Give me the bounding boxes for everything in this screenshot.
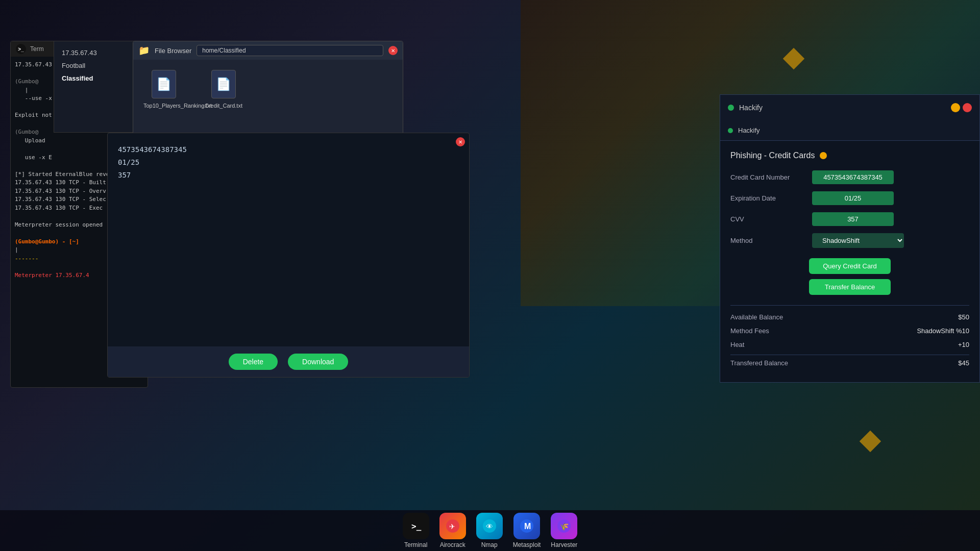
- taskbar-item-metasploit[interactable]: M Metasploit: [513, 513, 541, 548]
- taskbar-label-metasploit: Metasploit: [513, 541, 541, 548]
- folder-icon: 📁: [138, 45, 150, 56]
- expiration-row: Expiration Date 01/25: [730, 191, 969, 205]
- taskbar-label-nmap: Nmap: [481, 541, 498, 548]
- text-viewer-close-btn[interactable]: ✕: [456, 137, 465, 146]
- hackify-submenu: Hackify: [720, 120, 979, 141]
- folder-sidebar: 17.35.67.43 Football Classified: [54, 41, 135, 133]
- sidebar-item-football[interactable]: Football: [54, 59, 135, 72]
- file-item-creditcard[interactable]: 📄 Credit_Card.txt: [205, 70, 242, 109]
- cvv-row: CVV 357: [730, 212, 969, 226]
- text-viewer-window: 4573543674387345 01/25 357 Delete Downlo…: [107, 133, 470, 378]
- taskbar-icon-terminal: >_: [403, 513, 429, 539]
- hackify-window-title: Hackify: [739, 104, 763, 112]
- phishing-status-dot: [820, 152, 827, 159]
- file-name-creditcard: Credit_Card.txt: [205, 103, 242, 109]
- text-line-expiry: 01/25: [118, 156, 459, 169]
- delete-button[interactable]: Delete: [229, 354, 278, 370]
- taskbar-icon-airocrack: ✈: [439, 513, 466, 539]
- text-viewer-body: 4573543674387345 01/25 357: [108, 133, 469, 336]
- file-browser-body: 📄 Top10_Players_Ranking.txt 📄 Credit_Car…: [133, 60, 403, 119]
- file-browser-titlebar: 📁 File Browser home/Classified ✕: [133, 41, 403, 60]
- file-browser-window: 📁 File Browser home/Classified ✕ 📄 Top10…: [133, 41, 403, 143]
- expiration-value: 01/25: [812, 191, 894, 205]
- svg-text:🌾: 🌾: [560, 522, 569, 531]
- hackify-close-btn[interactable]: [963, 103, 972, 112]
- phishing-panel: Phishing - Credit Cards Credit Card Numb…: [720, 141, 979, 383]
- svg-text:✈: ✈: [449, 522, 455, 531]
- taskbar-icon-metasploit: M: [513, 513, 540, 539]
- method-fees-label: Method Fees: [730, 327, 769, 335]
- terminal-title-back: Term: [30, 45, 44, 53]
- transferred-row: Transfered Balance $45: [730, 359, 969, 367]
- taskbar-item-terminal[interactable]: >_ Terminal: [403, 513, 429, 548]
- credit-card-label: Credit Card Number: [730, 173, 812, 181]
- available-balance-row: Available Balance $50: [730, 313, 969, 321]
- method-select[interactable]: ShadowShift DirectTransfer: [812, 233, 904, 248]
- svg-text:👁: 👁: [486, 522, 493, 531]
- taskbar-icon-harvester: 🌾: [551, 513, 577, 539]
- file-icon-top10: 📄: [152, 70, 176, 98]
- available-balance-label: Available Balance: [730, 313, 783, 321]
- svg-text:>_: >_: [411, 521, 422, 531]
- taskbar-item-airocrack[interactable]: ✈ Airocrack: [439, 513, 466, 548]
- method-fees-value: ShadowShift %10: [917, 327, 969, 335]
- expiration-label: Expiration Date: [730, 194, 812, 202]
- file-browser-title: File Browser: [155, 47, 191, 55]
- heat-label: Heat: [730, 341, 744, 348]
- sidebar-item-classified[interactable]: Classified: [54, 72, 135, 85]
- taskbar-item-harvester[interactable]: 🌾 Harvester: [551, 513, 577, 548]
- result-section: Available Balance $50 Method Fees Shadow…: [730, 305, 969, 367]
- taskbar-icon-nmap: 👁: [476, 513, 503, 539]
- text-line-cvv: 357: [118, 169, 459, 182]
- hackify-controls: [951, 103, 972, 112]
- path-bar[interactable]: home/Classified: [197, 45, 383, 56]
- svg-text:M: M: [524, 522, 531, 531]
- taskbar-label-airocrack: Airocrack: [440, 541, 465, 548]
- file-name-top10: Top10_Players_Ranking.txt: [143, 103, 184, 109]
- taskbar-item-nmap[interactable]: 👁 Nmap: [476, 513, 503, 548]
- cvv-value: 357: [812, 212, 894, 226]
- transfer-balance-button[interactable]: Transfer Balance: [809, 279, 891, 295]
- taskbar-label-terminal: Terminal: [404, 541, 427, 548]
- query-credit-card-button[interactable]: Query Credit Card: [809, 258, 891, 274]
- hackify-submenu-dot: [728, 128, 733, 133]
- heat-value: +10: [958, 341, 969, 348]
- file-icon-creditcard: 📄: [211, 70, 236, 98]
- hackify-submenu-title: Hackify: [738, 127, 760, 134]
- taskbar-label-harvester: Harvester: [551, 541, 577, 548]
- hackify-minimize-btn[interactable]: [951, 103, 960, 112]
- credit-card-value: 4573543674387345: [812, 170, 894, 184]
- hackify-status-dot: [728, 105, 734, 111]
- hackify-titlebar: Hackify: [720, 95, 979, 120]
- taskbar: >_ Terminal ✈ Airocrack 👁 Nmap: [0, 510, 980, 551]
- file-browser-close-btn[interactable]: ✕: [388, 46, 398, 55]
- credit-card-row: Credit Card Number 4573543674387345: [730, 170, 969, 184]
- sidebar-item-ip[interactable]: 17.35.67.43: [54, 46, 135, 59]
- action-buttons: Query Credit Card Transfer Balance: [730, 258, 969, 295]
- transferred-label: Transfered Balance: [730, 359, 788, 367]
- file-item-top10[interactable]: 📄 Top10_Players_Ranking.txt: [143, 70, 184, 109]
- download-button[interactable]: Download: [288, 354, 348, 370]
- method-fees-row: Method Fees ShadowShift %10: [730, 327, 969, 335]
- text-line-cardnumber: 4573543674387345: [118, 143, 459, 156]
- available-balance-value: $50: [958, 313, 969, 321]
- hackify-panel: Hackify Hackify Phishing - Credit Cards …: [720, 94, 980, 383]
- phishing-header: Phishing - Credit Cards: [730, 151, 969, 160]
- transferred-value: $45: [958, 359, 969, 367]
- terminal-icon: >_: [16, 44, 26, 54]
- method-row: Method ShadowShift DirectTransfer: [730, 233, 969, 248]
- result-divider: [730, 355, 969, 355]
- heat-row: Heat +10: [730, 341, 969, 348]
- text-viewer-footer: Delete Download: [108, 346, 469, 377]
- phishing-title: Phishing - Credit Cards: [730, 151, 815, 160]
- method-label: Method: [730, 237, 812, 244]
- cvv-label: CVV: [730, 215, 812, 223]
